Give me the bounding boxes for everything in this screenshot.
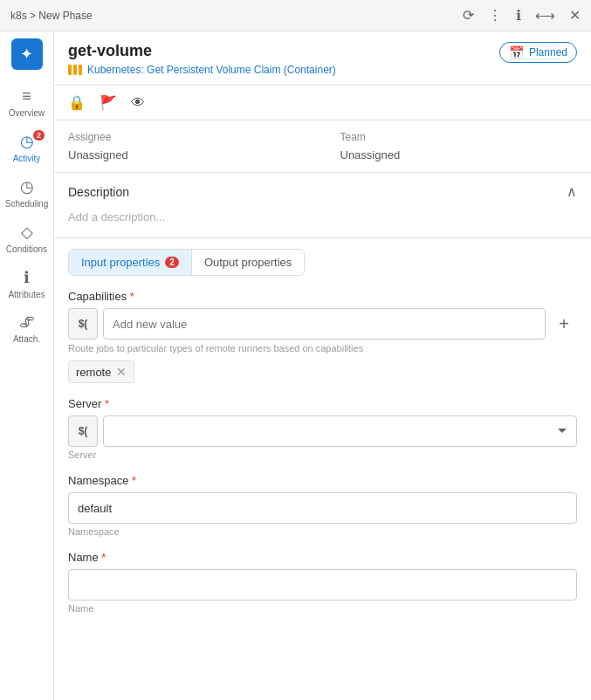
more-icon[interactable]: ⋮: [488, 7, 502, 24]
capabilities-var-button[interactable]: $(: [68, 308, 98, 340]
kubernetes-icon: [68, 65, 82, 75]
activity-icon: ◷: [20, 132, 34, 151]
capabilities-field: Capabilities * $( + Route jobs to partic…: [68, 290, 577, 383]
conditions-icon: ◇: [21, 223, 33, 242]
namespace-input[interactable]: [68, 492, 577, 524]
sidebar: ✦ ≡ Overview 2 ◷ Activity ◷ Scheduling ◇…: [0, 31, 54, 700]
server-label: Server *: [68, 397, 577, 410]
sidebar-item-label: Attach.: [13, 334, 40, 344]
title-bar-actions: ⟳ ⋮ ℹ ⟷ ✕: [463, 7, 581, 24]
capabilities-input-row: $( +: [68, 308, 577, 340]
name-field: Name * Name: [68, 551, 577, 614]
lock-icon[interactable]: 🔒: [68, 94, 86, 111]
step-subtitle-text: Kubernetes: Get Persistent Volume Claim …: [87, 64, 336, 76]
namespace-label: Namespace *: [68, 474, 577, 487]
tag-value: remote: [76, 366, 111, 379]
sidebar-item-label: Conditions: [6, 244, 47, 254]
namespace-sub-label: Namespace: [68, 526, 577, 537]
sidebar-item-label: Overview: [9, 108, 45, 118]
server-select[interactable]: [103, 415, 577, 447]
step-info: get-volume Kubernetes: Get Persistent Vo…: [68, 42, 336, 76]
server-input-row: $(: [68, 415, 577, 447]
main-panel[interactable]: Assignee Unassigned Team Unassigned Desc…: [54, 120, 591, 700]
team-label: Team: [340, 131, 578, 143]
sidebar-logo: ✦: [11, 38, 43, 70]
name-sub-label: Name: [68, 603, 577, 614]
capabilities-input[interactable]: [103, 308, 546, 340]
description-title: Description: [68, 185, 129, 199]
tab-bar: Input properties 2 Output properties: [68, 249, 305, 276]
description-placeholder[interactable]: Add a description...: [68, 207, 577, 227]
step-header: get-volume Kubernetes: Get Persistent Vo…: [54, 31, 591, 86]
team-value: Unassigned: [340, 148, 578, 161]
tab-input-badge: 2: [165, 257, 179, 268]
properties-section: Input properties 2 Output properties Cap…: [54, 238, 591, 638]
planned-label: Planned: [529, 46, 567, 58]
capabilities-tags: remote ✕: [68, 360, 577, 383]
close-icon[interactable]: ✕: [569, 7, 581, 24]
assignee-section: Assignee Unassigned Team Unassigned: [54, 120, 591, 173]
tag-remote: remote ✕: [68, 360, 134, 383]
sidebar-item-attributes[interactable]: ℹ Attributes: [0, 261, 53, 306]
sidebar-item-scheduling[interactable]: ◷ Scheduling: [0, 170, 53, 216]
tab-output-properties[interactable]: Output properties: [192, 250, 304, 275]
eye-icon[interactable]: 👁: [131, 95, 145, 111]
icon-bar: 🔒 🚩 👁: [54, 86, 591, 120]
attributes-icon: ℹ: [24, 268, 30, 287]
namespace-field: Namespace * Namespace: [68, 474, 577, 537]
expand-icon[interactable]: ⟷: [535, 7, 555, 24]
overview-icon: ≡: [22, 87, 31, 106]
content-area: get-volume Kubernetes: Get Persistent Vo…: [54, 31, 591, 700]
description-section: Description ∧ Add a description...: [54, 173, 591, 238]
planned-badge[interactable]: 📅 Planned: [499, 42, 577, 63]
sidebar-item-attach[interactable]: 🖇 Attach.: [0, 306, 53, 351]
sidebar-item-label: Activity: [13, 154, 41, 163]
attach-icon: 🖇: [19, 313, 35, 332]
breadcrumb: k8s > New Phase: [10, 10, 93, 22]
sidebar-item-label: Scheduling: [5, 199, 48, 209]
sidebar-item-overview[interactable]: ≡ Overview: [0, 80, 53, 125]
calendar-icon: 📅: [509, 45, 524, 59]
assignee-value: Unassigned: [68, 148, 306, 161]
tab-output-label: Output properties: [204, 256, 292, 269]
step-title: get-volume: [68, 42, 336, 60]
capabilities-hint: Route jobs to particular types of remote…: [68, 343, 577, 353]
assignee-label: Assignee: [68, 131, 306, 143]
sidebar-item-activity[interactable]: 2 ◷ Activity: [0, 125, 53, 170]
assignee-col: Assignee Unassigned: [68, 131, 306, 161]
description-header: Description ∧: [68, 183, 577, 200]
server-var-button[interactable]: $(: [68, 415, 98, 447]
activity-badge: 2: [33, 130, 45, 141]
capabilities-add-button[interactable]: +: [551, 308, 577, 340]
tag-remove-icon[interactable]: ✕: [116, 365, 127, 379]
server-field: Server * $( Server: [68, 397, 577, 460]
title-bar: k8s > New Phase ⟳ ⋮ ℹ ⟷ ✕: [0, 0, 591, 31]
sidebar-item-label: Attributes: [8, 290, 45, 299]
tab-input-label: Input properties: [81, 256, 160, 269]
collapse-icon[interactable]: ∧: [567, 183, 577, 200]
capabilities-label: Capabilities *: [68, 290, 577, 303]
name-label: Name *: [68, 551, 577, 564]
sidebar-item-conditions[interactable]: ◇ Conditions: [0, 216, 53, 261]
info-icon[interactable]: ℹ: [516, 7, 521, 24]
tab-input-properties[interactable]: Input properties 2: [69, 250, 192, 275]
server-sub-label: Server: [68, 450, 577, 460]
name-input[interactable]: [68, 569, 577, 600]
flag-icon[interactable]: 🚩: [100, 94, 117, 111]
scheduling-icon: ◷: [20, 177, 34, 196]
app-layout: ✦ ≡ Overview 2 ◷ Activity ◷ Scheduling ◇…: [0, 31, 591, 700]
refresh-icon[interactable]: ⟳: [463, 7, 474, 24]
team-col: Team Unassigned: [340, 131, 578, 161]
step-subtitle: Kubernetes: Get Persistent Volume Claim …: [68, 64, 336, 76]
